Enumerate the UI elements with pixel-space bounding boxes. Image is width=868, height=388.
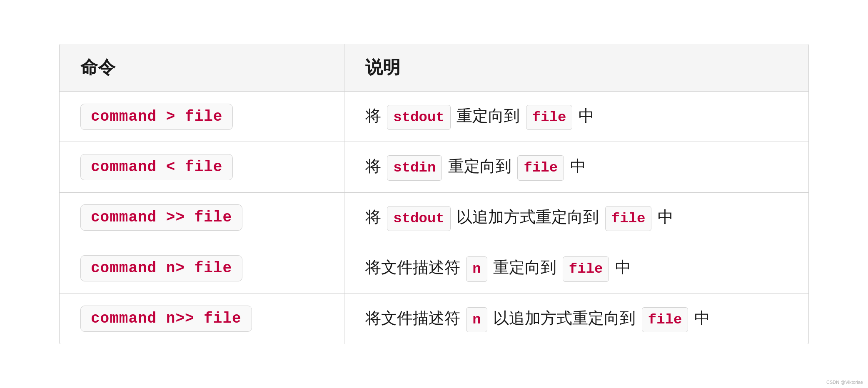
command-badge: command > file bbox=[80, 104, 233, 130]
description-cell: 将文件描述符 n 重定向到 file 中 bbox=[344, 243, 808, 293]
table-row: command n> file将文件描述符 n 重定向到 file 中 bbox=[60, 243, 808, 293]
inline-code-stdin: stdin bbox=[387, 155, 442, 180]
watermark: CSDN @Viktoriae bbox=[826, 380, 863, 385]
description-cell: 将 stdin 重定向到 file 中 bbox=[344, 142, 808, 192]
table-header-row: 命令 说明 bbox=[60, 44, 808, 91]
header-description: 说明 bbox=[344, 44, 808, 91]
inline-code-stdout: stdout bbox=[387, 105, 450, 130]
inline-code-file: file bbox=[642, 307, 688, 332]
command-cell: command >> file bbox=[60, 192, 344, 243]
table-row: command n>> file将文件描述符 n 以追加方式重定向到 file … bbox=[60, 293, 808, 344]
table-row: command < file将 stdin 重定向到 file 中 bbox=[60, 142, 808, 192]
command-cell: command n>> file bbox=[60, 293, 344, 344]
command-badge: command n>> file bbox=[80, 306, 252, 332]
inline-code-file: file bbox=[563, 256, 609, 281]
inline-code-file: file bbox=[605, 206, 652, 231]
description-cell: 将 stdout 以追加方式重定向到 file 中 bbox=[344, 192, 808, 243]
command-cell: command n> file bbox=[60, 243, 344, 293]
inline-code-file: file bbox=[517, 155, 564, 180]
table-row: command >> file将 stdout 以追加方式重定向到 file 中 bbox=[60, 192, 808, 243]
description-cell: 将 stdout 重定向到 file 中 bbox=[344, 91, 808, 142]
inline-code-stdout: stdout bbox=[387, 206, 450, 231]
description-cell: 将文件描述符 n 以追加方式重定向到 file 中 bbox=[344, 293, 808, 344]
command-badge: command < file bbox=[80, 154, 233, 180]
command-badge: command >> file bbox=[80, 204, 242, 231]
inline-code-file: file bbox=[526, 105, 573, 130]
header-command: 命令 bbox=[60, 44, 344, 91]
inline-code-n: n bbox=[466, 256, 487, 281]
command-cell: command > file bbox=[60, 91, 344, 142]
table-row: command > file将 stdout 重定向到 file 中 bbox=[60, 91, 808, 142]
redirect-table: 命令 说明 command > file将 stdout 重定向到 file 中… bbox=[59, 44, 809, 344]
inline-code-n: n bbox=[466, 307, 487, 332]
command-cell: command < file bbox=[60, 142, 344, 192]
command-badge: command n> file bbox=[80, 255, 242, 281]
